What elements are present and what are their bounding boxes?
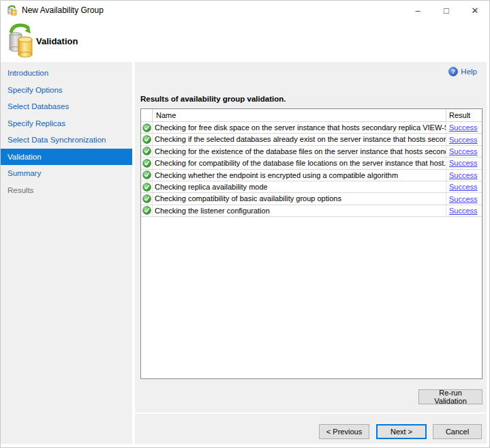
status-icon-cell	[141, 205, 153, 216]
sidebar-step-item[interactable]: Specify Replicas	[1, 115, 132, 132]
check-name: Checking if the selected databases alrea…	[153, 134, 446, 145]
status-icon-cell	[141, 181, 153, 192]
validation-check-row[interactable]: Checking compatibility of basic availabi…	[141, 193, 482, 205]
wizard-steps-sidebar: Introduction Specify Options Select Data…	[1, 62, 132, 444]
rerun-validation-button[interactable]: Re-run Validation	[418, 389, 483, 404]
success-check-icon	[142, 206, 151, 215]
check-name: Checking the listener configuration	[153, 205, 446, 216]
validation-check-row[interactable]: Checking the listener configuration Succ…	[141, 205, 482, 217]
check-name: Checking whether the endpoint is encrypt…	[153, 170, 446, 181]
status-icon-cell	[141, 158, 153, 168]
result-link[interactable]: Success	[449, 136, 478, 144]
validation-check-row[interactable]: Checking if the selected databases alrea…	[141, 134, 482, 145]
app-icon	[7, 5, 18, 16]
table-header-row: Name Result	[141, 109, 482, 122]
wizard-window: New Availability Group – □ ✕ Validation …	[0, 0, 490, 448]
validation-check-row[interactable]: Checking for the existence of the databa…	[141, 146, 482, 158]
status-icon-cell	[141, 146, 153, 157]
sidebar-step-item[interactable]: Select Databases	[1, 98, 132, 115]
help-label: Help	[461, 68, 477, 76]
result-link[interactable]: Success	[449, 195, 478, 203]
check-name: Checking for the existence of the databa…	[153, 146, 446, 157]
title-bar: New Availability Group – □ ✕	[1, 1, 489, 20]
result-link[interactable]: Success	[449, 171, 478, 179]
success-check-icon	[142, 170, 151, 179]
previous-button[interactable]: < Previous	[319, 424, 369, 439]
help-icon: ?	[448, 67, 458, 76]
sidebar-step-item[interactable]: Validation	[1, 149, 132, 166]
sidebar-step-item[interactable]: Introduction	[1, 65, 132, 82]
status-icon-cell	[141, 122, 153, 133]
page-title: Validation	[36, 36, 78, 46]
help-link[interactable]: ? Help	[448, 67, 477, 76]
success-check-icon	[142, 123, 151, 132]
success-check-icon	[142, 135, 151, 144]
result-link[interactable]: Success	[449, 207, 478, 215]
result-link[interactable]: Success	[449, 123, 478, 132]
success-check-icon	[142, 147, 151, 155]
minimize-button[interactable]: –	[403, 1, 432, 20]
check-name: Checking for compatibility of the databa…	[153, 158, 446, 168]
success-check-icon	[142, 159, 151, 168]
check-name: Checking compatibility of basic availabi…	[153, 193, 446, 204]
window-controls: – □ ✕	[403, 1, 489, 20]
result-link[interactable]: Success	[449, 183, 478, 191]
wizard-header: Validation	[1, 20, 489, 62]
sidebar-step-item[interactable]: Summary	[1, 165, 132, 182]
sidebar-step-item: Results	[1, 182, 132, 199]
close-button[interactable]: ✕	[461, 1, 489, 20]
result-link[interactable]: Success	[449, 159, 478, 167]
validation-check-row[interactable]: Checking for compatibility of the databa…	[141, 158, 482, 169]
window-title: New Availability Group	[22, 5, 104, 15]
availability-group-icon	[7, 23, 33, 58]
validation-table-body: Checking for free disk space on the serv…	[141, 122, 482, 217]
success-check-icon	[142, 183, 151, 192]
footer-divider	[135, 413, 487, 414]
check-name: Checking replica availability mode	[153, 181, 446, 192]
cancel-button[interactable]: Cancel	[433, 424, 482, 439]
maximize-button[interactable]: □	[432, 1, 461, 20]
validation-check-row[interactable]: Checking replica availability mode Succe…	[141, 181, 482, 193]
column-header-icon[interactable]	[141, 109, 153, 121]
validation-results-table: Name Result Checking for free disk space…	[140, 108, 483, 379]
sidebar-step-item[interactable]: Specify Options	[1, 82, 132, 99]
next-button[interactable]: Next >	[376, 424, 427, 439]
status-icon-cell	[141, 170, 153, 181]
results-caption: Results of availability group validation…	[140, 95, 286, 103]
sidebar-step-item[interactable]: Select Data Synchronization	[1, 132, 132, 149]
check-name: Checking for free disk space on the serv…	[153, 122, 446, 133]
content-panel: ? Help Results of availability group val…	[135, 62, 487, 444]
column-header-result[interactable]: Result	[446, 109, 482, 121]
status-icon-cell	[141, 134, 153, 145]
success-check-icon	[142, 194, 151, 203]
validation-check-row[interactable]: Checking whether the endpoint is encrypt…	[141, 170, 482, 181]
validation-check-row[interactable]: Checking for free disk space on the serv…	[141, 122, 482, 134]
result-link[interactable]: Success	[449, 147, 478, 155]
column-header-name[interactable]: Name	[153, 109, 446, 121]
svg-text:?: ?	[452, 68, 456, 75]
status-icon-cell	[141, 193, 153, 204]
